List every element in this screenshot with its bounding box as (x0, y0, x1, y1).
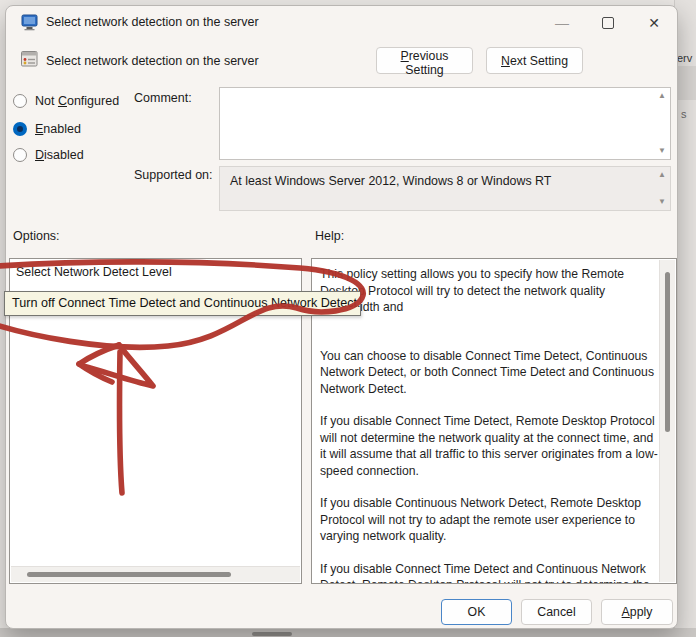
radio-button-icon[interactable] (13, 148, 27, 162)
supported-on-label: Supported on: (134, 168, 213, 182)
radio-button-icon[interactable] (13, 94, 27, 108)
previous-setting-label: revious Setting (405, 49, 448, 77)
close-button[interactable]: ✕ (631, 6, 677, 39)
next-setting-label: ext Setting (510, 54, 568, 68)
previous-setting-button[interactable]: Previous Setting (376, 47, 473, 74)
maximize-icon (602, 17, 614, 29)
previous-setting-accesskey: P (401, 49, 409, 63)
scroll-down-icon[interactable]: ▼ (658, 147, 666, 155)
network-detect-level-dropdown-label[interactable]: Select Network Detect Level (16, 265, 172, 279)
radio-label: Enabled (35, 122, 81, 136)
ok-button[interactable]: OK (441, 599, 512, 625)
help-text: This policy setting allows you to specif… (320, 266, 660, 584)
horizontal-scrollbar-thumb[interactable] (27, 572, 231, 577)
help-label: Help: (315, 229, 344, 243)
next-setting-button[interactable]: Next Setting (486, 47, 583, 74)
background-smudge (252, 632, 292, 636)
help-paragraph: If you disable Continuous Network Detect… (320, 495, 660, 545)
background-band (675, 66, 696, 100)
radio-label: Disabled (35, 148, 84, 162)
apply-accesskey: A (622, 605, 630, 619)
policy-settings-dialog: Select network detection on the server —… (5, 5, 678, 629)
supported-on-value: At least Windows Server 2012, Windows 8 … (230, 174, 551, 188)
horizontal-scrollbar[interactable] (11, 566, 300, 582)
cancel-button[interactable]: Cancel (521, 599, 592, 625)
maximize-button[interactable] (585, 6, 631, 39)
apply-label: pply (630, 605, 653, 619)
options-label: Options: (13, 229, 60, 243)
window-title: Select network detection on the server (46, 15, 259, 29)
scroll-down-icon[interactable]: ▼ (658, 198, 666, 206)
comment-textbox[interactable]: ▲ ▼ (219, 87, 671, 160)
vertical-scrollbar-thumb[interactable] (665, 272, 670, 432)
radio-disabled[interactable]: Disabled (13, 146, 84, 163)
background-bottom-strip (0, 628, 696, 637)
vertical-scrollbar[interactable] (659, 260, 675, 582)
radio-enabled[interactable]: Enabled (13, 120, 81, 137)
radio-button-icon[interactable] (13, 122, 27, 136)
next-setting-accesskey: N (501, 54, 510, 68)
help-paragraph: You can choose to disable Connect Time D… (320, 348, 660, 398)
scroll-up-icon[interactable]: ▲ (658, 92, 666, 100)
scroll-up-icon[interactable]: ▲ (658, 171, 666, 179)
help-paragraph: This policy setting allows you to specif… (320, 266, 660, 316)
policy-setting-icon (21, 51, 38, 67)
supported-on-box: At least Windows Server 2012, Windows 8 … (219, 166, 671, 211)
title-bar[interactable]: Select network detection on the server —… (6, 6, 677, 39)
background-text-fragment: s (681, 108, 687, 120)
radio-not-configured[interactable]: Not Configured (13, 92, 119, 109)
background-text-fragment: erv (677, 52, 692, 64)
window-controls: — ✕ (539, 6, 677, 39)
minimize-icon: — (555, 15, 569, 31)
help-paragraph: If you disable Connect Time Detect, Remo… (320, 413, 660, 479)
policy-name-label: Select network detection on the server (46, 54, 259, 68)
screen: erv s Select network detection on the se… (0, 0, 696, 637)
apply-button[interactable]: Apply (601, 599, 673, 625)
policy-monitor-icon (21, 14, 39, 31)
help-panel: This policy setting allows you to specif… (311, 258, 677, 584)
help-paragraph: If you disable Connect Time Detect and C… (320, 561, 660, 585)
comment-label: Comment: (134, 91, 192, 105)
close-icon: ✕ (648, 15, 660, 31)
minimize-button[interactable]: — (539, 6, 585, 39)
radio-label: Not Configured (35, 94, 119, 108)
dropdown-value-tooltip: Turn off Connect Time Detect and Continu… (4, 291, 361, 316)
